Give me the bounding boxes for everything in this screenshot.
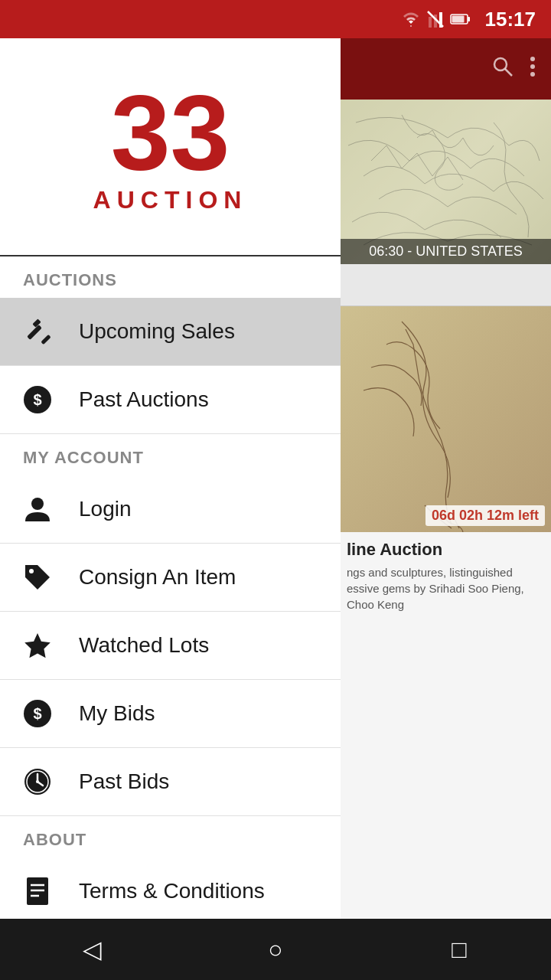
svg-rect-5: [468, 17, 470, 21]
artwork-top: 06:30 - UNITED STATES: [341, 100, 551, 264]
svg-point-21: [29, 569, 34, 573]
auction-time-label: 06:30 - UNITED STATES: [341, 239, 551, 264]
recent-button[interactable]: □: [429, 919, 490, 980]
auction-desc: ngs and sculptures, listinguished essive…: [347, 564, 545, 612]
star-icon: [19, 627, 56, 664]
dollar-circle-icon-bids: $: [19, 695, 56, 732]
menu-item-consign-item[interactable]: Consign An Item: [0, 544, 341, 612]
menu-item-past-bids[interactable]: Past Bids: [0, 748, 341, 816]
watched-lots-label: Watched Lots: [79, 633, 209, 658]
auction-countdown: 06d 02h 12m left: [425, 505, 545, 526]
svg-text:$: $: [33, 705, 41, 722]
artwork-bottom: 06d 02h 12m left: [341, 306, 551, 532]
svg-rect-15: [27, 325, 42, 340]
section-myaccount-header: MY ACCOUNT: [0, 434, 341, 475]
status-bar: 15:17: [0, 0, 551, 38]
logo-number: 33: [93, 79, 248, 186]
back-button[interactable]: ◁: [61, 919, 122, 980]
menu-item-my-bids[interactable]: $ My Bids: [0, 680, 341, 748]
dollar-circle-icon-auctions: $: [19, 381, 56, 418]
past-auctions-label: Past Auctions: [79, 387, 209, 412]
terms-conditions-label: Terms & Conditions: [79, 879, 265, 903]
my-bids-label: My Bids: [79, 701, 155, 726]
svg-text:$: $: [33, 391, 41, 408]
section-about-header: ABOUT: [0, 816, 341, 858]
search-icon[interactable]: [491, 55, 514, 83]
menu-item-login[interactable]: Login: [0, 475, 341, 544]
document-icon: [19, 873, 56, 910]
more-options-icon[interactable]: [530, 56, 536, 83]
auction-title: line Auction: [347, 540, 545, 560]
menu-item-watched-lots[interactable]: Watched Lots: [0, 612, 341, 680]
tag-icon: [19, 559, 56, 596]
auction-info-block: line Auction ngs and sculptures, listing…: [341, 532, 551, 620]
svg-rect-0: [429, 17, 432, 28]
logo-tagline: AUCTION: [93, 186, 248, 214]
drawer-overlay: 33 AUCTION AUCTIONS Upcoming Sales $ Pas…: [0, 38, 341, 980]
wifi-icon: [401, 11, 421, 28]
svg-rect-17: [41, 335, 51, 345]
bg-header: [341, 38, 551, 100]
bg-content: 06:30 - UNITED STATES: [341, 38, 551, 980]
svg-point-20: [31, 498, 44, 510]
battery-icon: [450, 12, 471, 26]
svg-point-7: [494, 58, 507, 70]
svg-rect-6: [452, 16, 464, 23]
consign-item-label: Consign An Item: [79, 565, 236, 590]
svg-point-29: [36, 780, 39, 783]
past-bids-label: Past Bids: [79, 769, 169, 794]
section-auctions-header: AUCTIONS: [0, 256, 341, 298]
nav-bar: ◁ ○ □: [0, 919, 551, 980]
svg-line-8: [505, 69, 512, 76]
person-icon: [19, 491, 56, 528]
svg-point-9: [530, 57, 535, 61]
upcoming-sales-label: Upcoming Sales: [79, 319, 235, 344]
menu-item-terms[interactable]: Terms & Conditions: [0, 858, 341, 926]
menu-item-upcoming-sales[interactable]: Upcoming Sales: [0, 298, 341, 366]
login-label: Login: [79, 497, 132, 521]
status-time: 15:17: [485, 8, 536, 31]
logo-area: 33 AUCTION: [0, 38, 341, 256]
gavel-icon: [19, 313, 56, 350]
home-button[interactable]: ○: [245, 919, 306, 980]
svg-point-11: [530, 72, 535, 77]
clock-icon: [19, 763, 56, 800]
svg-point-10: [530, 64, 535, 69]
status-icons: 15:17: [401, 8, 536, 31]
spacer: [341, 264, 551, 306]
svg-marker-22: [24, 633, 51, 658]
menu-item-past-auctions[interactable]: $ Past Auctions: [0, 366, 341, 434]
artwork-drawing-bottom: [341, 306, 551, 532]
signal-icon: [427, 11, 444, 28]
